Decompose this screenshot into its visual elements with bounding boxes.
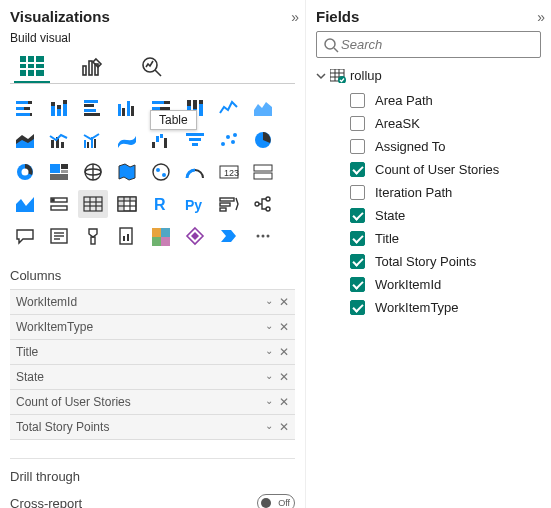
viz-python-visual-icon[interactable]: Py <box>180 190 210 218</box>
svg-rect-32 <box>160 107 170 110</box>
viz-map-icon[interactable] <box>78 158 108 186</box>
field-item[interactable]: Area Path <box>316 89 541 112</box>
svg-text:R: R <box>154 196 166 213</box>
chevron-down-icon[interactable]: ⌄ <box>265 395 273 409</box>
remove-column-icon[interactable]: ✕ <box>279 420 289 434</box>
chevron-down-icon[interactable]: ⌄ <box>265 345 273 359</box>
viz-decomposition-tree-icon[interactable] <box>248 190 278 218</box>
column-item[interactable]: WorkItemId⌄✕ <box>10 290 295 315</box>
svg-rect-25 <box>118 104 121 116</box>
field-item[interactable]: State <box>316 204 541 227</box>
field-item[interactable]: Assigned To <box>316 135 541 158</box>
remove-column-icon[interactable]: ✕ <box>279 345 289 359</box>
field-checkbox[interactable] <box>350 231 365 246</box>
viz-line-stacked-column-icon[interactable] <box>44 126 74 154</box>
build-visual-tab[interactable] <box>14 51 50 83</box>
field-checkbox[interactable] <box>350 139 365 154</box>
svg-point-55 <box>221 142 225 146</box>
field-checkbox[interactable] <box>350 93 365 108</box>
viz-line-icon[interactable] <box>214 94 244 122</box>
viz-smart-narrative-icon[interactable] <box>44 222 74 250</box>
viz-powerapps-icon[interactable] <box>180 222 210 250</box>
viz-paginated-report-icon[interactable] <box>112 222 142 250</box>
viz-stacked-column-icon[interactable] <box>44 94 74 122</box>
viz-multi-card-icon[interactable] <box>248 158 278 186</box>
viz-kpi-icon[interactable] <box>10 190 40 218</box>
field-checkbox[interactable] <box>350 254 365 269</box>
viz-pie-icon[interactable] <box>248 126 278 154</box>
viz-qna-icon[interactable] <box>10 222 40 250</box>
columns-well[interactable]: WorkItemId⌄✕ WorkItemType⌄✕ Title⌄✕ Stat… <box>10 289 295 440</box>
viz-funnel-icon[interactable] <box>180 126 210 154</box>
viz-treemap-icon[interactable] <box>44 158 74 186</box>
svg-rect-93 <box>220 198 234 201</box>
cross-report-toggle[interactable]: Off <box>257 494 295 508</box>
column-item[interactable]: Count of User Stories⌄✕ <box>10 390 295 415</box>
viz-shape-map-icon[interactable] <box>146 158 176 186</box>
field-item[interactable]: AreaSK <box>316 112 541 135</box>
svg-rect-62 <box>50 164 60 173</box>
analytics-tab[interactable] <box>134 51 170 83</box>
viz-table-icon[interactable] <box>78 190 108 218</box>
viz-goals-icon[interactable] <box>78 222 108 250</box>
viz-gauge-icon[interactable] <box>180 158 210 186</box>
viz-donut-icon[interactable] <box>10 158 40 186</box>
column-name: Count of User Stories <box>16 395 265 409</box>
viz-clustered-bar-icon[interactable] <box>78 94 108 122</box>
chevron-down-icon[interactable]: ⌄ <box>265 320 273 334</box>
column-item[interactable]: State⌄✕ <box>10 365 295 390</box>
remove-column-icon[interactable]: ✕ <box>279 395 289 409</box>
remove-column-icon[interactable]: ✕ <box>279 320 289 334</box>
remove-column-icon[interactable]: ✕ <box>279 295 289 309</box>
viz-more-icon[interactable] <box>248 222 278 250</box>
viz-slicer-icon[interactable] <box>44 190 74 218</box>
viz-stacked-bar-icon[interactable] <box>10 94 40 122</box>
viz-ribbon-icon[interactable] <box>112 126 142 154</box>
field-item[interactable]: WorkItemType <box>316 296 541 319</box>
field-item[interactable]: Iteration Path <box>316 181 541 204</box>
field-item[interactable]: Total Story Points <box>316 250 541 273</box>
svg-rect-40 <box>199 100 203 104</box>
field-checkbox[interactable] <box>350 208 365 223</box>
svg-rect-18 <box>57 105 61 109</box>
field-checkbox[interactable] <box>350 185 365 200</box>
visualizations-title: Visualizations <box>10 8 110 25</box>
field-item[interactable]: Title <box>316 227 541 250</box>
viz-filled-map-icon[interactable] <box>112 158 142 186</box>
chevron-down-icon[interactable]: ⌄ <box>265 370 273 384</box>
viz-area-icon[interactable] <box>248 94 278 122</box>
chevron-down-icon[interactable]: ⌄ <box>265 420 273 434</box>
remove-column-icon[interactable]: ✕ <box>279 370 289 384</box>
field-item[interactable]: WorkItemId <box>316 273 541 296</box>
column-item[interactable]: Title⌄✕ <box>10 340 295 365</box>
column-item[interactable]: Total Story Points⌄✕ <box>10 415 295 440</box>
svg-rect-44 <box>84 140 86 148</box>
field-checkbox[interactable] <box>350 277 365 292</box>
viz-r-visual-icon[interactable]: R <box>146 190 176 218</box>
format-visual-tab[interactable] <box>74 51 110 83</box>
viz-100-stacked-column-icon[interactable] <box>180 94 210 122</box>
table-node[interactable]: rollup <box>316 68 541 83</box>
field-checkbox[interactable] <box>350 300 365 315</box>
field-checkbox[interactable] <box>350 162 365 177</box>
viz-stacked-area-icon[interactable] <box>10 126 40 154</box>
chevron-down-icon[interactable]: ⌄ <box>265 295 273 309</box>
column-item[interactable]: WorkItemType⌄✕ <box>10 315 295 340</box>
fields-search-input[interactable] <box>339 36 534 53</box>
field-checkbox[interactable] <box>350 116 365 131</box>
viz-key-influencers-icon[interactable] <box>214 190 244 218</box>
viz-matrix-icon[interactable] <box>112 190 142 218</box>
viz-power-automate-icon[interactable] <box>214 222 244 250</box>
viz-clustered-column-icon[interactable] <box>112 94 142 122</box>
field-item[interactable]: Count of User Stories <box>316 158 541 181</box>
collapse-fields-icon[interactable]: » <box>537 9 541 25</box>
viz-scatter-icon[interactable] <box>214 126 244 154</box>
viz-waterfall-icon[interactable] <box>146 126 176 154</box>
viz-100-stacked-bar-icon[interactable] <box>146 94 176 122</box>
viz-arcgis-icon[interactable] <box>146 222 176 250</box>
column-name: Total Story Points <box>16 420 265 434</box>
fields-search[interactable] <box>316 31 541 58</box>
viz-line-clustered-column-icon[interactable] <box>78 126 108 154</box>
viz-card-icon[interactable]: 123 <box>214 158 244 186</box>
collapse-visualizations-icon[interactable]: » <box>291 9 295 25</box>
